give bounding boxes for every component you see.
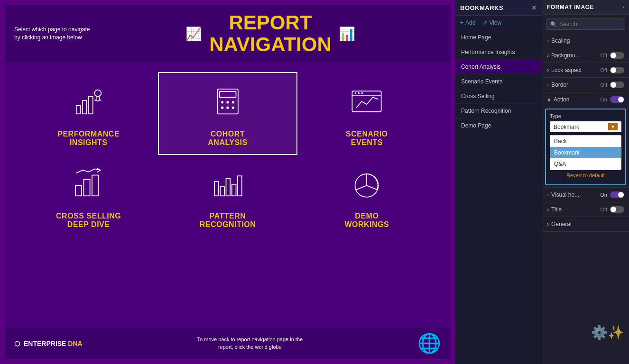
title-toggle[interactable]: [610, 206, 624, 213]
bookmarks-panel-header: BOOKMARKS ✕: [455, 0, 542, 16]
revert-to-default-link[interactable]: Revert to default: [550, 170, 621, 181]
format-section-title: › Title Off: [542, 202, 629, 217]
format-panel-chevron[interactable]: ›: [622, 4, 624, 10]
visual-header-title: › Visual he...: [547, 191, 579, 198]
bookmark-demo-page[interactable]: Demo Page: [455, 118, 542, 133]
svg-point-16: [355, 92, 357, 94]
dropdown-arrow-icon[interactable]: ▼: [608, 123, 618, 130]
format-section-action: ∨ Action On Type Bookmark ▼ Bac: [542, 92, 629, 188]
chevron-right-icon-bg: ›: [547, 52, 549, 59]
svg-point-8: [221, 101, 223, 104]
brand-text: ENTERPRISE DNA: [24, 340, 83, 347]
option-bookmark[interactable]: Bookmark: [550, 147, 621, 158]
dropdown-selected-value: Bookmark: [554, 124, 579, 130]
border-title: › Border: [547, 82, 568, 88]
view-label: View: [489, 19, 501, 26]
nav-item-scenario-events[interactable]: SCENARIO EVENTS: [297, 72, 436, 155]
action-expanded-content: Type Bookmark ▼ Back Bookmark Q&A Revert…: [545, 109, 626, 185]
svg-point-9: [226, 101, 229, 104]
bookmarks-title: BOOKMARKS: [460, 4, 503, 11]
svg-rect-7: [219, 91, 236, 97]
bar-arrow-icon: [72, 167, 105, 205]
bookmark-performance-insights[interactable]: Performance Insights: [455, 45, 542, 60]
toggle-knob-title: [610, 207, 616, 212]
svg-rect-21: [92, 175, 98, 196]
lock-aspect-header[interactable]: › Lock aspect Off: [542, 63, 629, 77]
nav-item-demo-workings[interactable]: DEMO WORKINGS: [297, 155, 436, 236]
toggle-knob: [610, 53, 616, 58]
format-search-input[interactable]: [559, 21, 621, 27]
format-section-background: › Backgrou... Off: [542, 48, 629, 63]
border-toggle[interactable]: [610, 82, 624, 88]
action-toggle[interactable]: [610, 96, 624, 103]
background-title: › Backgrou...: [547, 52, 580, 59]
visual-header-on-label: On: [600, 192, 607, 198]
format-section-visual-header: › Visual he... On: [542, 188, 629, 202]
chevron-right-icon-vh: ›: [547, 191, 549, 198]
background-toggle[interactable]: [610, 52, 624, 59]
bookmark-scenario-events[interactable]: Scenario Events: [455, 74, 542, 89]
nav-label-demo: DEMO WORKINGS: [344, 212, 389, 229]
svg-point-11: [221, 107, 223, 109]
option-qa[interactable]: Q&A: [550, 158, 621, 170]
report-title: REPORT NAVIGATION: [209, 12, 331, 55]
svg-rect-20: [83, 180, 90, 196]
background-toggle-area: Off: [601, 52, 624, 59]
background-off-label: Off: [601, 53, 607, 58]
view-icon: ↗: [482, 19, 487, 26]
lock-aspect-toggle-area: Off: [601, 67, 624, 73]
svg-point-13: [232, 107, 234, 109]
nav-item-cohort-analysis[interactable]: COHORT ANALYSIS: [158, 72, 297, 155]
visual-header-toggle[interactable]: [610, 191, 624, 198]
globe-icon[interactable]: 🌐: [417, 332, 441, 355]
browser-chart-icon: [350, 85, 383, 123]
nav-item-pattern-recognition[interactable]: PATTERN RECOGNITION: [158, 155, 297, 236]
action-title: ∨ Action: [547, 96, 569, 103]
lock-aspect-toggle[interactable]: [610, 67, 624, 73]
nav-item-performance-insights[interactable]: PERFORMANCE INSIGHTS: [19, 72, 158, 155]
format-panel-header: FORMAT IMAGE ›: [542, 0, 629, 15]
bookmark-home-page[interactable]: Home Page: [455, 30, 542, 45]
scaling-title: › Scaling: [547, 37, 570, 44]
option-back[interactable]: Back: [550, 136, 621, 147]
svg-rect-0: [76, 106, 80, 114]
nav-label-cohort: COHORT ANALYSIS: [208, 130, 247, 147]
format-image-panel: FORMAT IMAGE › 🔍 › Scaling › Backgrou...: [542, 0, 629, 364]
nav-item-cross-selling[interactable]: CROSS SELLING DEEP DIVE: [19, 155, 158, 236]
background-header[interactable]: › Backgrou... Off: [542, 48, 629, 63]
svg-rect-24: [226, 179, 230, 196]
title-header[interactable]: › Title Off: [542, 202, 629, 217]
bookmark-pattern-recognition[interactable]: Pattern Recognition: [455, 104, 542, 118]
action-header[interactable]: ∨ Action On: [542, 92, 629, 107]
action-type-label: Type: [550, 113, 621, 119]
format-section-lock-aspect: › Lock aspect Off: [542, 63, 629, 78]
visual-header-header[interactable]: › Visual he... On: [542, 188, 629, 202]
pie-chart-icon: [350, 167, 383, 205]
general-header[interactable]: › General: [542, 217, 629, 231]
calculator-icon: [211, 85, 244, 123]
chevron-right-icon-gen: ›: [547, 221, 549, 228]
bookmarks-view-button[interactable]: ↗ View: [482, 19, 501, 26]
bookmarks-panel: BOOKMARKS ✕ + Add ↗ View Home Page Perfo…: [455, 0, 542, 364]
bookmark-cross-selling[interactable]: Cross Selling: [455, 89, 542, 104]
toggle-knob-lock: [610, 67, 616, 73]
title-icon-right: 📊: [339, 26, 355, 42]
bookmarks-add-button[interactable]: + Add: [460, 19, 475, 26]
canvas-footer: ⬡ ENTERPRISE DNA To move back to report …: [5, 328, 451, 359]
bookmark-cohort-analysis[interactable]: Cohort Analysis: [455, 60, 542, 74]
svg-rect-22: [214, 182, 219, 196]
dropdown-options-list: Back Bookmark Q&A: [550, 135, 621, 170]
nav-label-performance: PERFORMANCE INSIGHTS: [57, 130, 120, 147]
lock-aspect-title: › Lock aspect: [547, 67, 582, 73]
border-header[interactable]: › Border Off: [542, 78, 629, 92]
toggle-knob-action: [618, 97, 624, 102]
nav-label-pattern: PATTERN RECOGNITION: [200, 212, 256, 229]
svg-point-10: [232, 101, 234, 104]
svg-point-18: [361, 92, 363, 94]
scaling-header[interactable]: › Scaling: [542, 34, 629, 48]
type-dropdown[interactable]: Bookmark ▼: [550, 121, 621, 132]
bookmarks-close-button[interactable]: ✕: [531, 4, 537, 11]
add-label: Add: [465, 19, 475, 26]
search-icon: 🔍: [550, 21, 557, 27]
report-header: Select which page to navigate by clickin…: [5, 5, 451, 63]
